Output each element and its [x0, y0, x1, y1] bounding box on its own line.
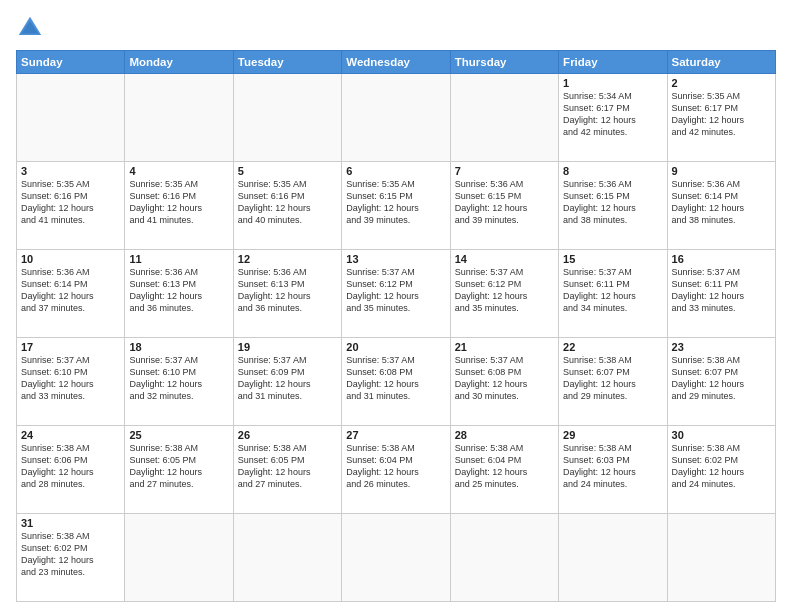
- day-number: 1: [563, 77, 662, 89]
- day-info: Sunrise: 5:37 AM Sunset: 6:11 PM Dayligh…: [672, 266, 771, 315]
- cal-cell: 12Sunrise: 5:36 AM Sunset: 6:13 PM Dayli…: [233, 250, 341, 338]
- week-row-3: 17Sunrise: 5:37 AM Sunset: 6:10 PM Dayli…: [17, 338, 776, 426]
- day-number: 30: [672, 429, 771, 441]
- page: SundayMondayTuesdayWednesdayThursdayFrid…: [0, 0, 792, 612]
- cal-cell: [667, 514, 775, 602]
- day-info: Sunrise: 5:38 AM Sunset: 6:02 PM Dayligh…: [21, 530, 120, 579]
- day-info: Sunrise: 5:35 AM Sunset: 6:16 PM Dayligh…: [129, 178, 228, 227]
- weekday-header-thursday: Thursday: [450, 51, 558, 74]
- day-info: Sunrise: 5:38 AM Sunset: 6:04 PM Dayligh…: [455, 442, 554, 491]
- day-number: 18: [129, 341, 228, 353]
- cal-cell: 11Sunrise: 5:36 AM Sunset: 6:13 PM Dayli…: [125, 250, 233, 338]
- day-number: 24: [21, 429, 120, 441]
- day-info: Sunrise: 5:36 AM Sunset: 6:14 PM Dayligh…: [21, 266, 120, 315]
- day-info: Sunrise: 5:35 AM Sunset: 6:16 PM Dayligh…: [21, 178, 120, 227]
- day-info: Sunrise: 5:35 AM Sunset: 6:16 PM Dayligh…: [238, 178, 337, 227]
- cal-cell: 8Sunrise: 5:36 AM Sunset: 6:15 PM Daylig…: [559, 162, 667, 250]
- weekday-header-friday: Friday: [559, 51, 667, 74]
- cal-cell: 4Sunrise: 5:35 AM Sunset: 6:16 PM Daylig…: [125, 162, 233, 250]
- day-info: Sunrise: 5:36 AM Sunset: 6:13 PM Dayligh…: [129, 266, 228, 315]
- day-number: 8: [563, 165, 662, 177]
- day-number: 22: [563, 341, 662, 353]
- day-info: Sunrise: 5:35 AM Sunset: 6:15 PM Dayligh…: [346, 178, 445, 227]
- day-number: 29: [563, 429, 662, 441]
- day-info: Sunrise: 5:37 AM Sunset: 6:11 PM Dayligh…: [563, 266, 662, 315]
- day-number: 15: [563, 253, 662, 265]
- week-row-0: 1Sunrise: 5:34 AM Sunset: 6:17 PM Daylig…: [17, 74, 776, 162]
- day-number: 16: [672, 253, 771, 265]
- cal-cell: [233, 74, 341, 162]
- week-row-2: 10Sunrise: 5:36 AM Sunset: 6:14 PM Dayli…: [17, 250, 776, 338]
- cal-cell: 20Sunrise: 5:37 AM Sunset: 6:08 PM Dayli…: [342, 338, 450, 426]
- day-number: 26: [238, 429, 337, 441]
- week-row-1: 3Sunrise: 5:35 AM Sunset: 6:16 PM Daylig…: [17, 162, 776, 250]
- day-number: 5: [238, 165, 337, 177]
- cal-cell: 15Sunrise: 5:37 AM Sunset: 6:11 PM Dayli…: [559, 250, 667, 338]
- cal-cell: [450, 514, 558, 602]
- day-number: 19: [238, 341, 337, 353]
- cal-cell: 19Sunrise: 5:37 AM Sunset: 6:09 PM Dayli…: [233, 338, 341, 426]
- day-info: Sunrise: 5:37 AM Sunset: 6:08 PM Dayligh…: [346, 354, 445, 403]
- day-info: Sunrise: 5:37 AM Sunset: 6:10 PM Dayligh…: [21, 354, 120, 403]
- day-number: 7: [455, 165, 554, 177]
- day-number: 13: [346, 253, 445, 265]
- day-number: 10: [21, 253, 120, 265]
- cal-cell: 13Sunrise: 5:37 AM Sunset: 6:12 PM Dayli…: [342, 250, 450, 338]
- cal-cell: 29Sunrise: 5:38 AM Sunset: 6:03 PM Dayli…: [559, 426, 667, 514]
- cal-cell: 30Sunrise: 5:38 AM Sunset: 6:02 PM Dayli…: [667, 426, 775, 514]
- cal-cell: 6Sunrise: 5:35 AM Sunset: 6:15 PM Daylig…: [342, 162, 450, 250]
- cal-cell: 27Sunrise: 5:38 AM Sunset: 6:04 PM Dayli…: [342, 426, 450, 514]
- day-number: 21: [455, 341, 554, 353]
- weekday-header-row: SundayMondayTuesdayWednesdayThursdayFrid…: [17, 51, 776, 74]
- day-info: Sunrise: 5:37 AM Sunset: 6:12 PM Dayligh…: [455, 266, 554, 315]
- cal-cell: 17Sunrise: 5:37 AM Sunset: 6:10 PM Dayli…: [17, 338, 125, 426]
- cal-cell: [233, 514, 341, 602]
- cal-cell: 28Sunrise: 5:38 AM Sunset: 6:04 PM Dayli…: [450, 426, 558, 514]
- cal-cell: [342, 514, 450, 602]
- day-info: Sunrise: 5:38 AM Sunset: 6:04 PM Dayligh…: [346, 442, 445, 491]
- weekday-header-wednesday: Wednesday: [342, 51, 450, 74]
- day-number: 14: [455, 253, 554, 265]
- day-info: Sunrise: 5:37 AM Sunset: 6:10 PM Dayligh…: [129, 354, 228, 403]
- cal-cell: [450, 74, 558, 162]
- day-number: 31: [21, 517, 120, 529]
- day-info: Sunrise: 5:36 AM Sunset: 6:13 PM Dayligh…: [238, 266, 337, 315]
- cal-cell: 9Sunrise: 5:36 AM Sunset: 6:14 PM Daylig…: [667, 162, 775, 250]
- cal-cell: 21Sunrise: 5:37 AM Sunset: 6:08 PM Dayli…: [450, 338, 558, 426]
- day-number: 23: [672, 341, 771, 353]
- calendar-table: SundayMondayTuesdayWednesdayThursdayFrid…: [16, 50, 776, 602]
- cal-cell: 26Sunrise: 5:38 AM Sunset: 6:05 PM Dayli…: [233, 426, 341, 514]
- day-number: 4: [129, 165, 228, 177]
- day-info: Sunrise: 5:36 AM Sunset: 6:15 PM Dayligh…: [563, 178, 662, 227]
- day-number: 28: [455, 429, 554, 441]
- cal-cell: 3Sunrise: 5:35 AM Sunset: 6:16 PM Daylig…: [17, 162, 125, 250]
- cal-cell: [559, 514, 667, 602]
- day-number: 3: [21, 165, 120, 177]
- day-number: 6: [346, 165, 445, 177]
- day-info: Sunrise: 5:37 AM Sunset: 6:09 PM Dayligh…: [238, 354, 337, 403]
- day-info: Sunrise: 5:38 AM Sunset: 6:05 PM Dayligh…: [129, 442, 228, 491]
- cal-cell: 7Sunrise: 5:36 AM Sunset: 6:15 PM Daylig…: [450, 162, 558, 250]
- day-info: Sunrise: 5:38 AM Sunset: 6:06 PM Dayligh…: [21, 442, 120, 491]
- cal-cell: 10Sunrise: 5:36 AM Sunset: 6:14 PM Dayli…: [17, 250, 125, 338]
- day-info: Sunrise: 5:37 AM Sunset: 6:12 PM Dayligh…: [346, 266, 445, 315]
- cal-cell: 22Sunrise: 5:38 AM Sunset: 6:07 PM Dayli…: [559, 338, 667, 426]
- week-row-4: 24Sunrise: 5:38 AM Sunset: 6:06 PM Dayli…: [17, 426, 776, 514]
- day-info: Sunrise: 5:38 AM Sunset: 6:07 PM Dayligh…: [563, 354, 662, 403]
- day-number: 9: [672, 165, 771, 177]
- day-number: 12: [238, 253, 337, 265]
- cal-cell: 18Sunrise: 5:37 AM Sunset: 6:10 PM Dayli…: [125, 338, 233, 426]
- day-info: Sunrise: 5:38 AM Sunset: 6:05 PM Dayligh…: [238, 442, 337, 491]
- cal-cell: 24Sunrise: 5:38 AM Sunset: 6:06 PM Dayli…: [17, 426, 125, 514]
- day-number: 25: [129, 429, 228, 441]
- weekday-header-saturday: Saturday: [667, 51, 775, 74]
- day-info: Sunrise: 5:38 AM Sunset: 6:03 PM Dayligh…: [563, 442, 662, 491]
- weekday-header-monday: Monday: [125, 51, 233, 74]
- weekday-header-sunday: Sunday: [17, 51, 125, 74]
- day-number: 20: [346, 341, 445, 353]
- cal-cell: [342, 74, 450, 162]
- cal-cell: [17, 74, 125, 162]
- cal-cell: 5Sunrise: 5:35 AM Sunset: 6:16 PM Daylig…: [233, 162, 341, 250]
- day-info: Sunrise: 5:38 AM Sunset: 6:07 PM Dayligh…: [672, 354, 771, 403]
- logo-icon: [16, 14, 44, 42]
